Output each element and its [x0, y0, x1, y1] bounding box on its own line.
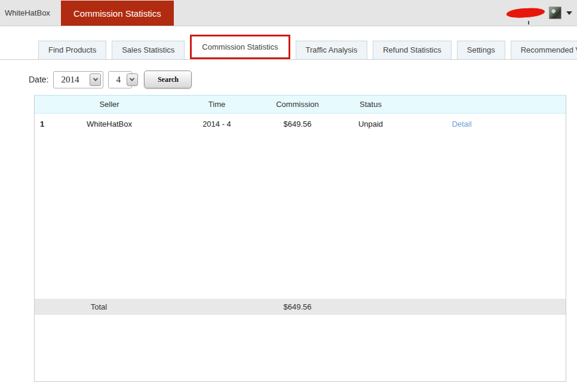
tab-bar: Find Products Sales Statistics Commissio…	[0, 35, 577, 60]
row-status-badge: Unpaid	[324, 120, 417, 128]
table-row: 1 WhiteHatBox 2014 - 4 $649.56 Unpaid De…	[35, 114, 566, 134]
table-header-row: Seller Time Commission Status	[35, 96, 566, 114]
tab-commission-statistics[interactable]: Commission Statistics	[190, 35, 290, 59]
commission-table: Seller Time Commission Status 1 WhiteHat…	[34, 95, 566, 382]
header-time: Time	[163, 100, 271, 109]
row-index: 1	[35, 120, 56, 128]
header-seller: Seller	[56, 100, 163, 109]
year-select-dropdown-button[interactable]	[90, 74, 101, 86]
tab-recommended-view[interactable]: Recommended View	[511, 41, 577, 59]
year-select[interactable]: 2014	[53, 71, 103, 88]
page: WhiteHatBox Commission Statistics Find P…	[0, 0, 577, 392]
user-avatar-icon[interactable]	[549, 7, 561, 19]
month-select-value: 4	[109, 75, 127, 85]
redaction-artifact	[528, 21, 529, 24]
tab-sales-statistics[interactable]: Sales Statistics	[112, 41, 185, 59]
tab-traffic-analysis[interactable]: Traffic Analysis	[296, 41, 368, 59]
filter-row: Date: 2014 4 Search	[29, 71, 577, 88]
detail-link[interactable]: Detail	[452, 120, 471, 128]
total-label: Total	[35, 302, 163, 311]
table-total-row: Total $649.56	[35, 299, 566, 315]
page-title: Commission Statistics	[61, 1, 174, 26]
header-status: Status	[324, 100, 417, 109]
chevron-down-icon	[130, 76, 134, 81]
year-select-value: 2014	[54, 75, 90, 85]
tab-find-products[interactable]: Find Products	[38, 41, 106, 59]
table-empty-area	[35, 134, 566, 299]
search-button[interactable]: Search	[144, 71, 192, 88]
total-commission: $649.56	[271, 302, 324, 311]
month-select[interactable]: 4	[108, 71, 132, 88]
table-footer-padding	[35, 315, 566, 381]
month-select-dropdown-button[interactable]	[127, 74, 138, 86]
chevron-down-icon	[93, 76, 98, 81]
header-commission: Commission	[271, 100, 324, 109]
row-time: 2014 - 4	[163, 120, 271, 128]
tab-settings[interactable]: Settings	[457, 41, 505, 59]
row-commission: $649.56	[271, 120, 324, 128]
topbar: WhiteHatBox Commission Statistics	[0, 0, 577, 26]
brand-logo: WhiteHatBox	[0, 8, 61, 17]
tab-refund-statistics[interactable]: Refund Statistics	[373, 41, 452, 59]
row-seller: WhiteHatBox	[56, 120, 163, 128]
row-action: Detail	[417, 120, 507, 128]
chevron-down-icon[interactable]	[566, 11, 572, 15]
user-menu	[507, 7, 577, 19]
date-label: Date:	[29, 75, 48, 84]
username-redacted	[507, 7, 545, 18]
